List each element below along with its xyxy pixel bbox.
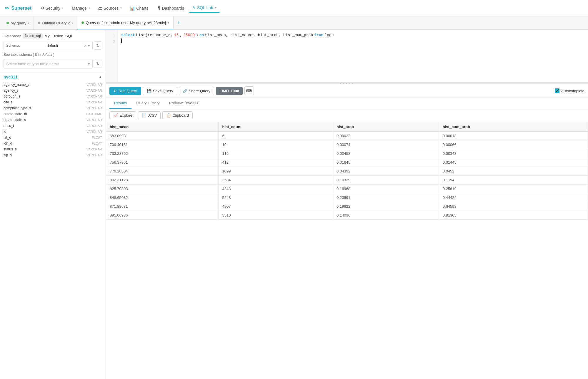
chevron-down-icon: ▾ (168, 21, 169, 24)
code-editor[interactable]: 1 2 select hist(response_d, 15 , 25000 )… (106, 30, 588, 83)
table-search-input[interactable]: Select table or type table name ▾ (4, 59, 93, 68)
cursor (121, 38, 122, 43)
line-number-2: 2 (106, 38, 117, 45)
field-type: VARCHAR (86, 83, 102, 86)
table-cell: 0.00022 (333, 132, 439, 140)
code-content[interactable]: select hist(response_d, 15 , 25000 ) as … (118, 30, 588, 82)
table-cell: 0.10329 (333, 176, 439, 185)
results-tab-results[interactable]: Results (109, 98, 131, 109)
add-query-tab-button[interactable]: + (174, 16, 184, 29)
top-navigation: ∞ Superset ⚙ Security ▾ Manage ▾ 🗃 Sourc… (0, 0, 588, 16)
csv-icon: 📄 (142, 113, 146, 118)
tab-label-admin: Query default.admin user-My query-sAa28m… (86, 21, 166, 25)
nav-item-charts[interactable]: 📊 Charts (126, 4, 152, 12)
action-buttons: 📈 Explore📄 .CSV📋 Clipboard (106, 109, 588, 122)
limit-button[interactable]: LIMIT 1000 (216, 87, 242, 95)
main-content: Database: fusion_sql My_Fusion_SQL Schem… (0, 30, 588, 379)
table-row: 848.6508252480.209910.44424 (106, 193, 588, 202)
keyword-from: from (314, 32, 323, 38)
table-cell: 6 (219, 132, 333, 140)
table-cell: 4907 (219, 202, 333, 211)
fn-hist: hist(response_d, (136, 32, 173, 38)
schema-select-controls: ✕ ▾ (84, 43, 90, 48)
nav-item-security[interactable]: ⚙ Security ▾ (37, 4, 67, 12)
schema-label: Schema: (6, 43, 20, 48)
field-type: FLOAT (92, 136, 102, 139)
table-cell: 871.88631 (106, 202, 219, 211)
data-table-wrapper[interactable]: hist_meanhist_counthist_probhist_cum_pro… (106, 122, 588, 379)
field-name: status_s (4, 147, 17, 151)
keyword-as: as (199, 32, 204, 38)
query-tabs-row: My query ▾ Untitled Query 2 ▾ Query defa… (0, 16, 588, 30)
table-header-hist_count: hist_count (219, 122, 333, 132)
table-cell: 0.01645 (333, 158, 439, 167)
table-cell: 2584 (219, 176, 333, 185)
field-name: zip_s (4, 153, 12, 157)
action-button-csv[interactable]: 📄 .CSV (138, 111, 161, 119)
database-badge[interactable]: fusion_sql (23, 33, 43, 38)
action-button-clipboard[interactable]: 📋 Clipboard (162, 111, 193, 119)
nav-item-manage[interactable]: Manage ▾ (68, 4, 94, 12)
schema-field: complaint_type_s VARCHAR (4, 105, 102, 111)
table-header-hist_prob: hist_prob (333, 122, 439, 132)
field-type: VARCHAR (86, 118, 102, 122)
table-cell: 0.00066 (439, 140, 588, 149)
database-row: Database: fusion_sql My_Fusion_SQL (4, 33, 102, 38)
share-query-button[interactable]: 🔗 Share Query (179, 87, 214, 95)
nav-item-sqllab[interactable]: ✎ SQL Lab ▾ (189, 4, 220, 13)
field-type: VARCHAR (86, 106, 102, 110)
results-tab-history[interactable]: Query History (131, 98, 164, 109)
table-cell: 756.37861 (106, 158, 219, 167)
refresh-tables-button[interactable]: ↻ (94, 60, 102, 68)
code-line-2 (121, 38, 584, 43)
table-cell: 3510 (219, 211, 333, 220)
results-area: ResultsQuery HistoryPreview: `nyc311` 📈 … (106, 98, 588, 379)
field-name: create_date_s (4, 118, 26, 122)
chevron-down-icon: ▾ (71, 21, 73, 25)
schema-field: create_date_dt DATETIME (4, 111, 102, 117)
nav-label-manage: Manage (72, 6, 87, 11)
table-cell: 0.25619 (439, 185, 588, 193)
line-numbers: 1 2 (106, 30, 118, 82)
query-tab-myquery[interactable]: My query ▾ (2, 16, 34, 29)
table-row: 733.287621160.004580.00348 (106, 149, 588, 158)
chart-icon: 📊 (130, 6, 135, 11)
table-collapse-button[interactable]: ▲ (99, 75, 102, 79)
run-query-button[interactable]: ↻ Run Query (109, 87, 141, 95)
table-cell: 709.40151 (106, 140, 219, 149)
table-name[interactable]: nyc311 (4, 75, 17, 79)
field-type: VARCHAR (86, 95, 102, 98)
nav-item-dashboards[interactable]: 🎛 Dashboards (153, 4, 188, 12)
table-cell: 0.81365 (439, 211, 588, 220)
refresh-schema-button[interactable]: ↻ (94, 41, 102, 50)
field-name: agency_name_s (4, 83, 29, 87)
chevron-down-icon: ▾ (89, 6, 90, 10)
field-name: create_date_dt (4, 112, 27, 116)
table-cell: 116 (219, 149, 333, 158)
autocomplete-checkbox[interactable] (555, 88, 559, 93)
limit-label: LIMIT 1000 (219, 89, 239, 93)
results-tab-preview[interactable]: Preview: `nyc311` (164, 98, 204, 109)
table-cell: 0.1194 (439, 176, 588, 185)
app-logo[interactable]: ∞ Superset (5, 5, 31, 11)
tab-dot-gray (38, 22, 40, 24)
action-button-explore[interactable]: 📈 Explore (109, 111, 136, 119)
table-header-hist_cum_prob: hist_cum_prob (439, 122, 588, 132)
field-type: VARCHAR (86, 124, 102, 128)
field-name: desc_t (4, 124, 14, 128)
save-query-button[interactable]: 💾 Save Query (143, 87, 177, 95)
table-cell: 1099 (219, 167, 333, 176)
query-tab-untitled2[interactable]: Untitled Query 2 ▾ (34, 16, 77, 29)
chevron-down-icon[interactable]: ▾ (88, 43, 90, 48)
table-row: 756.378614120.016450.01445 (106, 158, 588, 167)
explore-label: Explore (119, 113, 132, 118)
schema-select[interactable]: Schema: default ✕ ▾ (4, 41, 93, 50)
tab-label-untitled2: Untitled Query 2 (42, 21, 70, 25)
nav-item-sources[interactable]: 🗃 Sources ▾ (95, 4, 125, 12)
query-tab-admin[interactable]: Query default.admin user-My query-sAa28m… (77, 16, 173, 29)
results-table: hist_meanhist_counthist_probhist_cum_pro… (106, 122, 588, 220)
table-logs: logs (324, 32, 334, 38)
nav-label-charts: Charts (136, 6, 148, 11)
keyboard-shortcuts-button[interactable]: ⌨ (244, 86, 254, 95)
clear-icon[interactable]: ✕ (84, 43, 87, 48)
